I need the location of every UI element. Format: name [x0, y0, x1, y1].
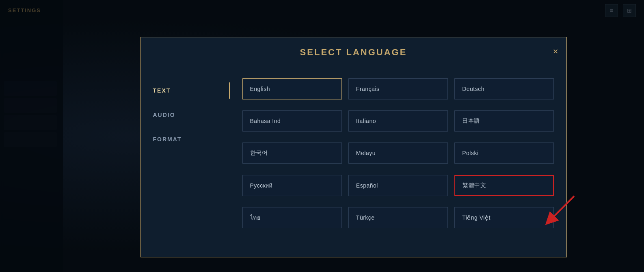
lang-btn-francais[interactable]: Français	[348, 78, 448, 99]
lang-btn-espanol[interactable]: Español	[348, 175, 448, 196]
lang-btn-polski[interactable]: Polski	[454, 142, 554, 164]
lang-btn-english[interactable]: English	[242, 78, 342, 99]
lang-btn-deutsch[interactable]: Deutsch	[454, 78, 554, 99]
nav-item-format[interactable]: FORMAT	[141, 127, 230, 151]
select-language-modal: SELECT LANGUAGE × TEXT AUDIO FORMAT Engl…	[140, 37, 567, 257]
lang-btn-japanese[interactable]: 日本語	[454, 110, 554, 132]
lang-btn-bahasa[interactable]: Bahasa Ind	[242, 110, 342, 132]
lang-btn-vietnamese[interactable]: Tiếng Việt	[454, 207, 554, 228]
lang-btn-italiano[interactable]: Italiano	[348, 110, 448, 132]
nav-item-text[interactable]: TEXT	[141, 78, 230, 103]
modal-title: SELECT LANGUAGE	[300, 47, 407, 58]
modal-header: SELECT LANGUAGE ×	[141, 37, 566, 66]
lang-btn-melayu[interactable]: Melayu	[348, 142, 448, 164]
lang-btn-thai[interactable]: ไทย	[242, 207, 342, 228]
nav-item-audio[interactable]: AUDIO	[141, 103, 230, 127]
language-category-nav: TEXT AUDIO FORMAT	[141, 66, 230, 245]
close-button[interactable]: ×	[553, 47, 558, 56]
lang-btn-korean[interactable]: 한국어	[242, 142, 342, 164]
modal-body: TEXT AUDIO FORMAT EnglishFrançaisDeutsch…	[141, 66, 566, 245]
lang-btn-turkish[interactable]: Türkçe	[348, 207, 448, 228]
modal-container: SELECT LANGUAGE × TEXT AUDIO FORMAT Engl…	[63, 22, 644, 272]
lang-btn-russian[interactable]: Русский	[242, 175, 342, 196]
language-grid: EnglishFrançaisDeutschBahasa IndItaliano…	[230, 66, 566, 245]
lang-btn-traditional-chinese[interactable]: 繁體中文	[454, 175, 554, 196]
